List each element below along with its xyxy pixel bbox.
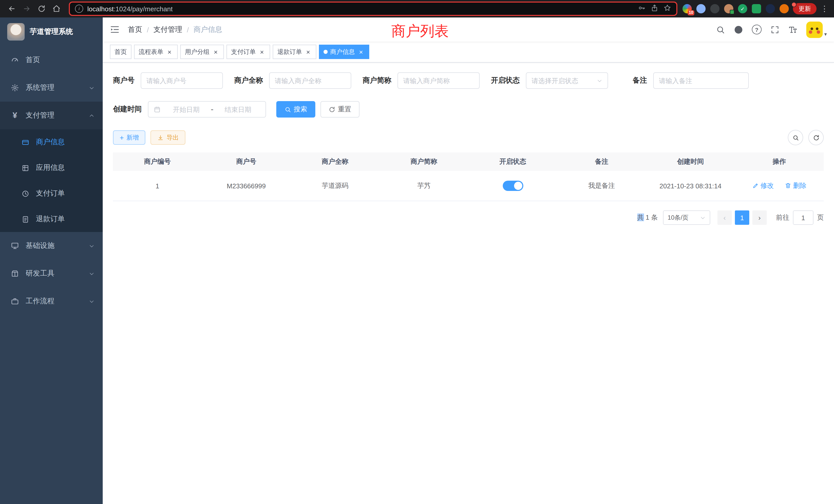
sidebar-item-payment[interactable]: ¥ 支付管理 <box>0 101 103 129</box>
tab-pay-order[interactable]: 支付订单× <box>226 45 270 59</box>
address-bar[interactable]: i localhost:1024/pay/merchant <box>69 2 677 16</box>
refresh-button[interactable] <box>808 130 824 145</box>
close-icon[interactable]: × <box>258 48 265 55</box>
sidebar-item-dev-tools[interactable]: 研发工具 <box>0 260 103 288</box>
filter-row-1: 商户号 商户全称 商户简称 开启状态 <box>113 72 824 89</box>
extension-icon-1[interactable]: 10 <box>682 4 692 13</box>
fullscreen-icon[interactable] <box>770 25 780 34</box>
extension-icon-5[interactable]: ✓ <box>738 4 747 13</box>
close-icon[interactable]: × <box>305 48 312 55</box>
sidebar: 芋道管理系统 首页 系统管理 ¥ 支付管理 商户信息 <box>0 18 103 504</box>
close-icon[interactable]: × <box>212 48 219 55</box>
extension-icon-7[interactable] <box>766 4 775 13</box>
remark-input[interactable] <box>653 72 749 89</box>
status-toggle[interactable] <box>503 181 523 191</box>
hamburger-icon[interactable] <box>110 25 120 35</box>
sidebar-logo[interactable]: 芋道管理系统 <box>0 18 103 46</box>
bookmark-star-icon[interactable] <box>663 4 671 14</box>
forward-icon[interactable] <box>20 2 34 16</box>
merchant-short-input[interactable] <box>397 72 480 89</box>
page-content: 商户号 商户全称 商户简称 开启状态 <box>103 63 834 504</box>
column-header: 操作 <box>735 153 824 171</box>
add-button[interactable]: + 新增 <box>113 130 145 145</box>
goto-page-input[interactable] <box>793 210 813 225</box>
tab-process-form[interactable]: 流程表单× <box>134 45 178 59</box>
share-icon[interactable] <box>651 4 658 14</box>
tab-refund-order[interactable]: 退款订单× <box>273 45 316 59</box>
pagination-total: 共 1 条 <box>637 213 658 222</box>
toggle-search-button[interactable] <box>788 130 803 145</box>
chevron-down-icon <box>89 271 94 276</box>
sidebar-item-label: 首页 <box>26 55 40 65</box>
merchant-name-input[interactable] <box>269 72 351 89</box>
sidebar-item-home[interactable]: 首页 <box>0 46 103 74</box>
reset-button[interactable]: 重置 <box>321 101 359 117</box>
tab-merchant-info[interactable]: 商户信息× <box>319 45 369 59</box>
table-tools <box>788 130 824 145</box>
sidebar-item-label: 研发工具 <box>26 269 54 278</box>
document-icon <box>21 215 30 223</box>
extension-icon-3[interactable] <box>710 4 720 13</box>
url-text[interactable]: localhost:1024/pay/merchant <box>87 5 173 13</box>
sidebar-item-merchant-info[interactable]: 商户信息 <box>0 129 103 155</box>
sidebar-item-app-info[interactable]: 应用信息 <box>0 155 103 181</box>
sidebar-item-refund-order[interactable]: 退款订单 <box>0 206 103 232</box>
main-area: 首页 / 支付管理 / 商户信息 商户列表 ? ▾ <box>103 18 834 504</box>
browser-menu-icon[interactable]: ⋮ <box>821 4 829 13</box>
close-icon[interactable]: × <box>166 48 173 55</box>
field-label: 商户号 <box>113 76 135 85</box>
delete-link[interactable]: 删除 <box>785 181 807 190</box>
cell-full-name: 芋道源码 <box>291 171 379 201</box>
extension-icon-4[interactable] <box>724 4 733 13</box>
sidebar-item-pay-order[interactable]: 支付订单 <box>0 181 103 206</box>
sidebar-item-label: 应用信息 <box>36 163 65 173</box>
font-size-icon[interactable] <box>788 25 797 34</box>
tab-user-group[interactable]: 用户分组× <box>180 45 224 59</box>
extension-icon-8[interactable] <box>780 4 789 13</box>
sidebar-item-infrastructure[interactable]: 基础设施 <box>0 232 103 260</box>
tab-home[interactable]: 首页 <box>110 45 131 59</box>
prev-page-button[interactable]: ‹ <box>718 210 732 225</box>
column-header: 商户编号 <box>113 153 202 171</box>
close-icon[interactable]: × <box>357 48 365 55</box>
briefcase-icon <box>10 297 20 305</box>
user-menu[interactable]: ▾ <box>806 21 827 38</box>
yen-icon: ¥ <box>10 111 20 120</box>
help-icon[interactable]: ? <box>752 25 762 35</box>
update-dot-badge <box>791 2 796 7</box>
page-size-select[interactable]: 10条/页 <box>663 210 710 225</box>
grid-icon <box>21 164 30 172</box>
date-range-input[interactable]: - <box>148 101 266 117</box>
search-icon[interactable] <box>716 25 725 34</box>
browser-update-button[interactable]: 更新 <box>793 3 816 14</box>
github-icon[interactable] <box>734 25 743 34</box>
date-separator: - <box>211 105 214 114</box>
chevron-down-icon <box>89 298 94 304</box>
sidebar-item-workflow[interactable]: 工作流程 <box>0 288 103 315</box>
export-button[interactable]: 导出 <box>151 130 185 145</box>
site-info-icon[interactable]: i <box>75 5 83 13</box>
chevron-up-icon <box>89 113 94 118</box>
breadcrumb-home[interactable]: 首页 <box>128 25 142 34</box>
pagination-goto: 前往 页 <box>776 210 824 225</box>
edit-link[interactable]: 修改 <box>752 181 774 190</box>
back-icon[interactable] <box>5 2 19 16</box>
status-select[interactable] <box>526 72 608 89</box>
password-key-icon[interactable] <box>638 4 645 14</box>
extension-icon-2[interactable] <box>696 4 706 13</box>
merchant-no-input[interactable] <box>141 72 223 89</box>
extension-icon-6[interactable] <box>752 4 761 13</box>
search-button[interactable]: 搜索 <box>276 101 315 117</box>
sidebar-item-label: 退款订单 <box>36 214 65 224</box>
sidebar-item-system[interactable]: 系统管理 <box>0 74 103 101</box>
home-icon[interactable] <box>50 2 63 16</box>
sidebar-item-label: 系统管理 <box>26 83 54 92</box>
active-dot <box>324 50 328 54</box>
sidebar-item-label: 支付订单 <box>36 189 65 198</box>
field-label: 开启状态 <box>491 76 520 85</box>
reload-icon[interactable] <box>35 2 48 16</box>
next-page-button[interactable]: › <box>752 210 767 225</box>
breadcrumb-payment[interactable]: 支付管理 <box>154 25 182 34</box>
page-1-button[interactable]: 1 <box>735 210 749 225</box>
cell-remark: 我是备注 <box>557 171 646 201</box>
